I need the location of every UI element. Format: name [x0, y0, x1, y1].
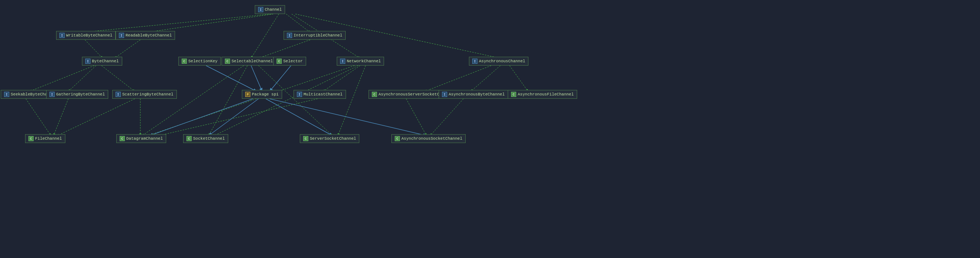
icon-class-dc: C	[119, 136, 125, 141]
label-packagespi: Package spi	[252, 92, 279, 97]
icon-interface-ac: I	[472, 59, 477, 64]
svg-line-19	[26, 99, 51, 136]
label-asyncbytechannel: AsynchronousByteChannel	[449, 92, 505, 97]
node-packagespi: P Package spi	[242, 90, 282, 99]
label-scatteringbytechannel: ScatteringByteChannel	[122, 92, 173, 97]
icon-class-sk: C	[182, 59, 187, 64]
svg-line-2	[286, 14, 310, 32]
label-bytechannel: ByteChannel	[92, 59, 119, 63]
svg-line-26	[338, 66, 366, 136]
node-bytechannel: I ByteChannel	[82, 57, 122, 66]
icon-interface-gbc: I	[49, 92, 55, 97]
node-scatteringbytechannel: I ScatteringByteChannel	[112, 90, 177, 99]
svg-line-3	[251, 14, 279, 58]
icon-class-assc: C	[372, 92, 377, 97]
icon-class-ssc: C	[303, 136, 308, 141]
icon-interface-sbc: I	[4, 92, 9, 97]
icon-interface-scbc: I	[116, 92, 121, 97]
node-asyncsocketchannel: C AsynchronousSocketChannel	[391, 134, 466, 143]
label-selector: Selector	[283, 59, 303, 63]
icon-interface-wbc: I	[59, 33, 65, 38]
node-asynchronouschannel: I AsynchronousChannel	[469, 57, 528, 66]
node-datagramchannel: C DatagramChannel	[116, 134, 166, 143]
label-socketchannel: SocketChannel	[193, 136, 225, 141]
svg-line-12	[323, 66, 360, 92]
icon-class-sc: C	[225, 59, 230, 64]
svg-line-27	[430, 99, 463, 136]
node-gatheringbytechannel: I GatheringByteChannel	[46, 90, 108, 99]
label-datagramchannel: DatagramChannel	[126, 136, 163, 141]
icon-interface-mc: I	[297, 92, 302, 97]
node-multicastchannel: I MulticastChannel	[294, 90, 346, 99]
svg-line-28	[406, 99, 426, 136]
node-readablebytechannel: I ReadableByteChannel	[116, 31, 175, 40]
label-selectionkey: SelectionKey	[188, 59, 218, 63]
node-socketchannel: C SocketChannel	[183, 134, 228, 143]
label-serversocketchannel: ServerSocketChannel	[310, 136, 356, 141]
svg-line-21	[57, 99, 135, 136]
svg-line-16	[142, 66, 244, 136]
svg-line-7	[115, 40, 140, 58]
label-readablebytechannel: ReadableByteChannel	[126, 33, 172, 38]
icon-pkg-spi: P	[245, 92, 250, 97]
node-selector: C Selector	[273, 57, 306, 66]
label-asyncsocketchannel: AsynchronousSocketChannel	[401, 136, 462, 141]
svg-line-11	[102, 66, 135, 92]
icon-class-sel: C	[277, 59, 282, 64]
label-multicastchannel: MulticastChannel	[304, 92, 343, 97]
svg-line-35	[270, 99, 426, 136]
svg-line-29	[206, 66, 257, 92]
icon-class-asc: C	[395, 136, 400, 141]
node-channel: I Channel	[255, 5, 285, 14]
icon-class-afc: C	[511, 92, 516, 97]
icon-interface-rbc: I	[119, 33, 124, 38]
node-interruptiblechannel: I InterruptibleChannel	[283, 31, 345, 40]
label-asynchronouschannel: AsynchronousChannel	[479, 59, 525, 63]
node-writablebytechannel: I WritableByteChannel	[56, 31, 116, 40]
svg-line-17	[208, 66, 247, 136]
svg-line-30	[270, 66, 291, 92]
svg-line-8	[258, 40, 310, 58]
icon-interface-bc: I	[85, 59, 91, 64]
node-asyncfilechannel: C AsynchronousFileChannel	[508, 90, 577, 99]
label-channel: Channel	[265, 7, 282, 12]
node-selectionkey: C SelectionKey	[178, 57, 221, 66]
node-asyncbytechannel: I AsynchronousByteChannel	[439, 90, 508, 99]
diagram-container: I Channel I WritableByteChannel I Readab…	[0, 0, 980, 258]
icon-class-fc: C	[29, 136, 33, 141]
svg-line-18	[258, 66, 332, 136]
node-filechannel: C FileChannel	[25, 134, 65, 143]
svg-line-34	[266, 99, 332, 136]
node-selectablechannel: C SelectableChannel	[221, 57, 276, 66]
label-asyncfilechannel: AsynchronousFileChannel	[518, 92, 574, 97]
svg-line-6	[85, 40, 103, 58]
svg-line-15	[509, 66, 528, 92]
svg-line-13	[471, 66, 500, 92]
svg-line-1	[146, 14, 273, 32]
icon-interface-abc: I	[442, 92, 447, 97]
svg-line-14	[425, 66, 491, 92]
label-selectablechannel: SelectableChannel	[232, 59, 273, 63]
svg-line-0	[81, 14, 271, 32]
node-networkchannel: I NetworkChannel	[337, 57, 384, 66]
svg-line-31	[251, 66, 262, 92]
label-gatheringbytechannel: GatheringByteChannel	[56, 92, 105, 97]
icon-interface-nc: I	[340, 59, 345, 64]
svg-line-25	[214, 66, 358, 136]
label-networkchannel: NetworkChannel	[347, 59, 381, 63]
svg-line-10	[68, 66, 96, 92]
svg-line-9	[30, 66, 94, 92]
svg-line-32	[208, 99, 258, 136]
icon-class-sock: C	[186, 136, 192, 141]
svg-line-20	[54, 99, 68, 136]
svg-line-33	[150, 99, 253, 136]
svg-line-24	[148, 66, 355, 136]
icon-interface-ic: I	[287, 33, 292, 38]
label-interruptiblechannel: InterruptibleChannel	[294, 33, 342, 38]
label-writablebytechannel: WritableByteChannel	[66, 33, 112, 38]
svg-line-23	[159, 99, 318, 136]
icon-interface-channel: I	[258, 7, 263, 12]
label-filechannel: FileChannel	[35, 136, 62, 141]
node-serversocketchannel: C ServerSocketChannel	[300, 134, 359, 143]
